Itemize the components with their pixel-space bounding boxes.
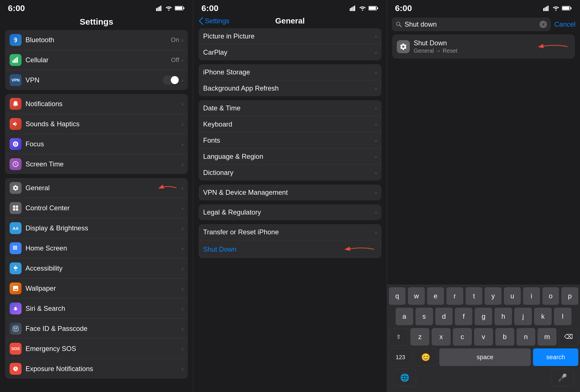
siri-row[interactable]: Siri & Search ›	[5, 299, 188, 319]
accessibility-chevron: ›	[182, 265, 184, 272]
svg-rect-18	[16, 246, 17, 247]
battery-icon-3	[562, 6, 572, 11]
key-space[interactable]: space	[439, 348, 531, 366]
svg-point-4	[168, 10, 169, 11]
vpn-device-row[interactable]: VPN & Device Management ›	[199, 185, 381, 200]
siri-chevron: ›	[182, 305, 184, 312]
key-f[interactable]: f	[455, 308, 472, 325]
shutdown-row[interactable]: Shut Down	[199, 240, 381, 258]
svg-rect-38	[377, 7, 378, 9]
key-v[interactable]: v	[474, 328, 493, 346]
bluetooth-row[interactable]: Bluetooth On ›	[5, 30, 188, 50]
datetime-row[interactable]: Date & Time ›	[199, 100, 381, 116]
key-d[interactable]: d	[435, 308, 453, 325]
key-backspace[interactable]: ⌫	[559, 328, 578, 346]
keyboard-row[interactable]: Keyboard ›	[199, 116, 381, 132]
general-icon	[10, 182, 22, 194]
key-globe[interactable]: 🌐	[393, 369, 416, 386]
wallpaper-row[interactable]: Wallpaper ›	[5, 279, 188, 299]
iphone-storage-row[interactable]: iPhone Storage ›	[199, 64, 381, 80]
screentime-row[interactable]: Screen Time ›	[5, 154, 188, 174]
key-t[interactable]: t	[466, 287, 483, 305]
keyboard-row-4: 123 😊 space search	[389, 348, 578, 366]
pip-row[interactable]: Picture in Picture ›	[199, 28, 381, 44]
result-arrow	[536, 42, 570, 52]
iphone-storage-label: iPhone Storage	[203, 68, 375, 76]
key-e[interactable]: e	[427, 287, 444, 305]
faceid-row[interactable]: Face ID & Passcode ›	[5, 319, 188, 339]
keyboard: q w e r t y u i o p a s d f g h j k l ⇧ …	[387, 284, 580, 392]
key-j[interactable]: j	[514, 308, 532, 325]
key-m[interactable]: m	[538, 328, 556, 346]
svg-rect-21	[16, 247, 17, 248]
key-n[interactable]: n	[517, 328, 536, 346]
fonts-label: Fonts	[203, 136, 375, 144]
search-clear-button[interactable]: ✕	[540, 21, 547, 28]
search-input-text[interactable]: Shut down	[405, 20, 537, 28]
key-mic[interactable]: 🎤	[551, 369, 574, 386]
svg-rect-41	[546, 7, 547, 11]
svg-rect-0	[156, 8, 157, 11]
search-result-shutdown[interactable]: Shut Down General → Reset	[392, 35, 575, 59]
key-k[interactable]: k	[534, 308, 552, 325]
display-row[interactable]: AA Display & Brightness ›	[5, 218, 188, 238]
homescreen-row[interactable]: Home Screen ›	[5, 238, 188, 258]
svg-rect-16	[13, 246, 14, 247]
svg-rect-20	[14, 247, 16, 248]
key-a[interactable]: a	[396, 308, 413, 325]
fonts-row[interactable]: Fonts ›	[199, 132, 381, 149]
key-c[interactable]: c	[453, 328, 472, 346]
sounds-row[interactable]: Sounds & Haptics ›	[5, 114, 188, 134]
screentime-chevron: ›	[182, 161, 184, 168]
key-w[interactable]: w	[408, 287, 425, 305]
key-o[interactable]: o	[542, 287, 559, 305]
key-u[interactable]: u	[504, 287, 521, 305]
svg-rect-1	[157, 7, 159, 11]
search-key[interactable]: search	[533, 348, 578, 366]
vpn-row[interactable]: VPN VPN ›	[5, 70, 188, 90]
key-g[interactable]: g	[475, 308, 492, 325]
legal-row[interactable]: Legal & Regulatory ›	[199, 204, 381, 220]
background-refresh-row[interactable]: Background App Refresh ›	[199, 80, 381, 96]
sos-row[interactable]: SOS Emergency SOS ›	[5, 339, 188, 359]
key-s[interactable]: s	[415, 308, 433, 325]
cellular-row[interactable]: Cellular Off ›	[5, 50, 188, 70]
key-h[interactable]: h	[494, 308, 512, 325]
search-input-wrap[interactable]: Shut down ✕	[392, 18, 551, 31]
controlcenter-row[interactable]: Control Center ›	[5, 198, 188, 218]
key-i[interactable]: i	[523, 287, 540, 305]
key-shift[interactable]: ⇧	[389, 328, 408, 346]
datetime-chevron: ›	[375, 105, 377, 112]
general-row[interactable]: General ›	[5, 178, 188, 198]
transfer-row[interactable]: Transfer or Reset iPhone ›	[199, 224, 381, 240]
key-p[interactable]: p	[561, 287, 578, 305]
key-emoji[interactable]: 😊	[414, 348, 437, 366]
vpn-toggle[interactable]	[163, 76, 179, 85]
key-z[interactable]: z	[410, 328, 429, 346]
key-123[interactable]: 123	[389, 348, 412, 366]
cancel-button[interactable]: Cancel	[554, 20, 575, 28]
notifications-row[interactable]: Notifications ›	[5, 94, 188, 114]
key-q[interactable]: q	[389, 287, 406, 305]
datetime-label: Date & Time	[203, 104, 375, 112]
key-b[interactable]: b	[495, 328, 514, 346]
carplay-row[interactable]: CarPlay ›	[199, 44, 381, 60]
key-y[interactable]: y	[485, 287, 502, 305]
language-row[interactable]: Language & Region ›	[199, 149, 381, 165]
exposure-row[interactable]: Exposure Notifications ›	[5, 359, 188, 379]
key-x[interactable]: x	[432, 328, 451, 346]
wallpaper-label: Wallpaper	[25, 284, 182, 292]
back-button[interactable]: Settings	[199, 17, 229, 25]
dictionary-row[interactable]: Dictionary ›	[199, 165, 381, 181]
focus-row[interactable]: Focus ›	[5, 134, 188, 154]
key-l[interactable]: l	[554, 308, 572, 325]
key-r[interactable]: r	[446, 287, 463, 305]
sos-label: Emergency SOS	[25, 345, 182, 353]
siri-label: Siri & Search	[25, 305, 182, 312]
general-chevron: ›	[182, 185, 184, 191]
signal-icon-3	[543, 5, 550, 11]
legal-group: Legal & Regulatory ›	[199, 204, 381, 220]
accessibility-row[interactable]: Accessibility ›	[5, 258, 188, 279]
accessibility-label: Accessibility	[25, 264, 182, 272]
search-panel: 6:00 Shut down ✕ Cancel Shut Down Genera…	[387, 0, 580, 392]
